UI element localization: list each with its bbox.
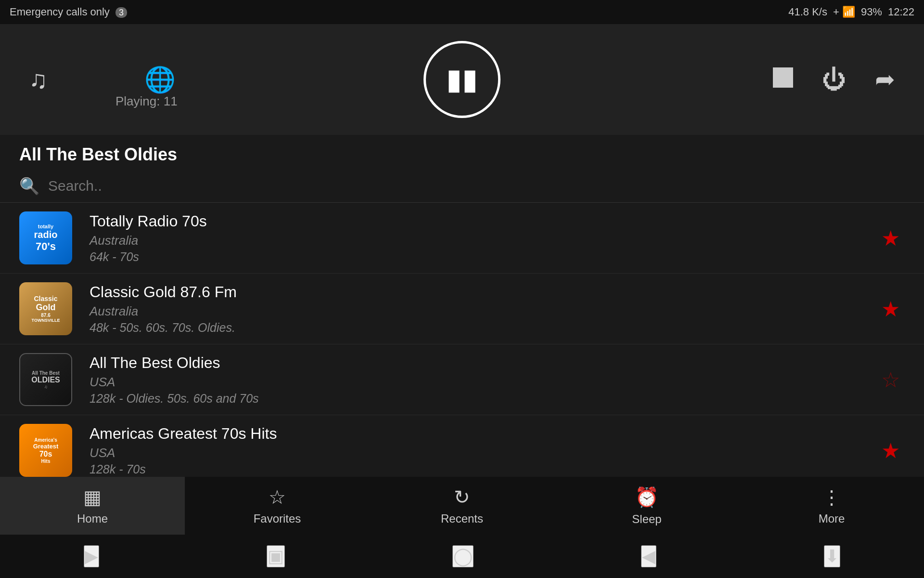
- sleep-icon: ⏰: [635, 486, 659, 509]
- station-info: All The Best Oldies USA 128k - Oldies. 5…: [90, 354, 876, 406]
- sys-nav-back[interactable]: ▶: [84, 545, 99, 567]
- station-logo: All The Best OLDIES ♫: [19, 353, 72, 406]
- favorite-button[interactable]: ★: [876, 292, 905, 326]
- nav-label-home: Home: [77, 512, 108, 525]
- table-row[interactable]: Classic Gold 87.6 TOWNSVILLE Classic Gol…: [0, 274, 924, 344]
- station-logo: America's Greatest 70s Hits: [19, 424, 72, 477]
- stop-button[interactable]: [773, 66, 793, 93]
- music-icon: ♫: [29, 65, 48, 94]
- station-info: Americas Greatest 70s Hits USA 128k - 70…: [90, 425, 876, 476]
- sys-nav-triangle[interactable]: ◀: [641, 545, 656, 567]
- station-country: USA: [90, 446, 876, 460]
- table-row[interactable]: All The Best OLDIES ♫ All The Best Oldie…: [0, 344, 924, 415]
- globe-icon: 🌐: [144, 66, 176, 93]
- station-name: Americas Greatest 70s Hits: [90, 425, 876, 443]
- sys-nav-home[interactable]: ◯: [452, 545, 474, 567]
- table-row[interactable]: America's Greatest 70s Hits Americas Gre…: [0, 415, 924, 486]
- nav-item-more[interactable]: ⋮ More: [739, 477, 924, 535]
- player-header: ♫ 🌐 Playing: 11 ▮▮ ⏻ ➦: [0, 24, 924, 135]
- share-icon: ➦: [875, 66, 895, 93]
- stop-icon: [773, 67, 793, 88]
- player-left: ♫: [29, 65, 48, 94]
- station-name: All The Best Oldies: [90, 354, 876, 372]
- share-button[interactable]: ➦: [875, 66, 895, 93]
- pause-button[interactable]: ▮▮: [424, 41, 500, 118]
- station-logo: Classic Gold 87.6 TOWNSVILLE: [19, 282, 72, 335]
- station-info: Totally Radio 70s Australia 64k - 70s: [90, 212, 876, 264]
- more-icon: ⋮: [822, 486, 841, 508]
- status-emergency: Emergency calls only 3: [10, 6, 127, 18]
- status-speed: 41.8 K/s: [788, 6, 827, 18]
- pause-button-wrap[interactable]: ▮▮: [424, 41, 500, 118]
- playing-text: Playing: 11: [116, 94, 178, 109]
- favorite-button[interactable]: ☆: [876, 363, 905, 397]
- station-name: Classic Gold 87.6 Fm: [90, 283, 876, 301]
- nav-item-recents[interactable]: ↻ Recents: [370, 477, 554, 535]
- recents-icon: ↻: [454, 486, 470, 508]
- station-meta: 128k - 70s: [90, 462, 876, 476]
- home-icon: ▦: [83, 486, 102, 508]
- station-meta: 128k - Oldies. 50s. 60s and 70s: [90, 392, 876, 406]
- nav-label-recents: Recents: [441, 512, 483, 525]
- status-right: 41.8 K/s + 📶 93% 12:22: [788, 6, 914, 18]
- nav-label-sleep: Sleep: [632, 512, 661, 526]
- station-meta: 64k - 70s: [90, 250, 876, 264]
- sys-nav-square[interactable]: ▣: [267, 545, 285, 567]
- globe-icon-wrap: 🌐: [144, 65, 176, 94]
- favorite-button[interactable]: ★: [876, 434, 905, 468]
- nav-label-more: More: [819, 512, 845, 525]
- nav-item-sleep[interactable]: ⏰ Sleep: [554, 477, 739, 535]
- search-input[interactable]: [48, 178, 905, 194]
- status-badge: 3: [116, 7, 127, 18]
- status-time: 12:22: [888, 6, 914, 18]
- favorites-icon: ☆: [269, 486, 286, 508]
- nav-item-home[interactable]: ▦ Home: [0, 477, 185, 535]
- nav-item-favorites[interactable]: ☆ Favorites: [185, 477, 370, 535]
- station-country: Australia: [90, 233, 876, 248]
- nav-label-favorites: Favorites: [254, 512, 301, 525]
- pause-icon: ▮▮: [446, 65, 478, 94]
- bluetooth-icon: + 📶: [833, 6, 855, 18]
- power-icon: ⏻: [822, 66, 846, 93]
- player-controls-right: ⏻ ➦: [773, 66, 895, 93]
- bottom-nav: ▦ Home ☆ Favorites ↻ Recents ⏰ Sleep ⋮ M…: [0, 477, 924, 535]
- status-bar: Emergency calls only 3 41.8 K/s + 📶 93% …: [0, 0, 924, 24]
- search-bar: 🔍: [0, 170, 924, 203]
- system-nav-bar: ▶ ▣ ◯ ◀ ⬇: [0, 535, 924, 578]
- station-name: Totally Radio 70s: [90, 212, 876, 230]
- now-playing-title: All The Best Oldies: [0, 135, 924, 170]
- station-logo: totally radio 70's: [19, 211, 72, 264]
- station-country: USA: [90, 375, 876, 390]
- station-list: totally radio 70's Totally Radio 70s Aus…: [0, 203, 924, 486]
- sys-nav-download[interactable]: ⬇: [824, 545, 840, 567]
- power-button[interactable]: ⏻: [822, 66, 846, 93]
- status-battery: 93%: [861, 6, 882, 18]
- station-meta: 48k - 50s. 60s. 70s. Oldies.: [90, 321, 876, 335]
- station-info: Classic Gold 87.6 Fm Australia 48k - 50s…: [90, 283, 876, 335]
- station-country: Australia: [90, 304, 876, 319]
- favorite-button[interactable]: ★: [876, 221, 905, 255]
- search-icon: 🔍: [19, 176, 39, 196]
- table-row[interactable]: totally radio 70's Totally Radio 70s Aus…: [0, 203, 924, 274]
